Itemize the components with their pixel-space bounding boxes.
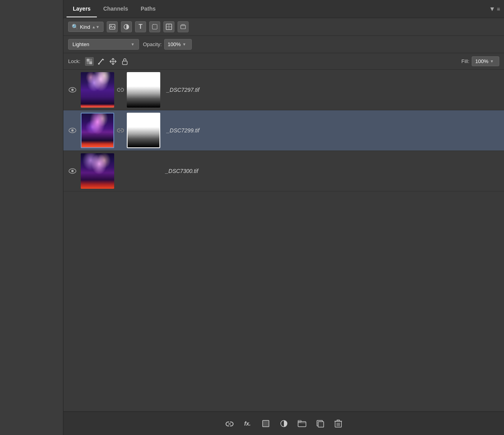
bottom-toolbar: fx. — [63, 411, 504, 435]
filter-pixel-icon[interactable] — [163, 21, 174, 32]
tab-paths[interactable]: Layers — [67, 1, 97, 17]
fill-group: Fill: 100% ▼ — [461, 56, 499, 66]
fill-arrow: ▼ — [490, 59, 494, 63]
kind-label: Kind — [80, 24, 90, 30]
layer-2-visibility[interactable] — [67, 128, 78, 133]
new-layer-style-btn[interactable] — [278, 418, 290, 429]
link-layers-btn[interactable] — [224, 418, 235, 429]
layer-3-image — [81, 153, 114, 189]
layer-1-mask-gradient — [127, 72, 160, 108]
tab-bar: Layers Channels Paths ▼ ≡ — [63, 0, 504, 18]
layer-row-1[interactable]: _DSC7297.tif — [63, 70, 504, 110]
panel-menu[interactable]: ▼ ≡ — [489, 6, 500, 13]
layer-1-visibility[interactable] — [67, 87, 78, 93]
opacity-dropdown[interactable]: 100% ▼ — [164, 39, 192, 50]
layer-2-mask-gradient — [128, 113, 159, 147]
svg-point-1 — [111, 26, 112, 27]
svg-point-14 — [71, 89, 74, 91]
layer-2-name: _DSC7299.tif — [167, 127, 199, 134]
layer-1-mask[interactable] — [127, 72, 160, 108]
blend-mode-dropdown[interactable]: Lighten ▼ — [68, 39, 139, 50]
fill-label: Fill: — [461, 58, 469, 64]
svg-point-17 — [71, 129, 74, 132]
svg-rect-24 — [298, 422, 306, 427]
lock-move-btn[interactable] — [109, 57, 117, 66]
tab-paths-2[interactable]: Paths — [134, 1, 162, 17]
delete-layer-btn[interactable] — [332, 418, 344, 429]
svg-rect-10 — [89, 59, 92, 61]
svg-rect-9 — [87, 61, 89, 64]
panel-menu-lines: ≡ — [497, 6, 500, 12]
filter-bar: 🔍 Kind ▲▼ T — [63, 18, 504, 36]
blend-mode-arrow: ▼ — [131, 42, 135, 46]
svg-rect-6 — [182, 24, 185, 26]
kind-arrow: ▲▼ — [92, 25, 100, 29]
lock-lock-btn[interactable] — [120, 57, 129, 66]
opacity-label: Opacity: — [143, 41, 162, 47]
layer-2-link-icon — [116, 127, 125, 134]
tab-channels-2[interactable]: Channels — [97, 1, 134, 17]
layer-1-thumbnail — [81, 72, 114, 108]
blend-opacity-bar: Lighten ▼ Opacity: 100% ▼ — [63, 36, 504, 53]
empty-layers-area — [63, 191, 504, 270]
layers-list: _DSC7297.tif _DSC7299.tif — [63, 70, 504, 411]
left-sidebar — [0, 0, 63, 435]
new-fill-adjustment-btn[interactable] — [260, 418, 272, 429]
svg-rect-12 — [122, 61, 127, 65]
layer-1-image — [81, 72, 114, 108]
panel-menu-arrow: ▼ — [489, 6, 495, 13]
filter-halfcircle-icon[interactable] — [121, 21, 132, 32]
new-layer-btn[interactable] — [314, 418, 326, 429]
fill-dropdown[interactable]: 100% ▼ — [472, 56, 499, 66]
kind-dropdown[interactable]: 🔍 Kind ▲▼ — [68, 22, 104, 32]
layer-1-name: _DSC7297.tif — [167, 87, 199, 93]
layer-3-visibility[interactable] — [67, 168, 78, 174]
layer-1-link-icon — [116, 86, 125, 93]
new-group-btn[interactable] — [296, 418, 308, 429]
lock-bar: Lock: Fill: — [63, 53, 504, 70]
svg-rect-25 — [298, 420, 301, 422]
layers-panel: Layers Channels Paths ▼ ≡ 🔍 Kind ▲▼ T — [63, 0, 504, 435]
blend-mode-label: Lighten — [72, 41, 89, 47]
lock-icons — [85, 57, 129, 66]
opacity-arrow: ▼ — [182, 42, 186, 46]
lock-checkerboard-btn[interactable] — [85, 57, 94, 66]
filter-shape-icon[interactable] — [149, 21, 160, 32]
opacity-group: Opacity: 100% ▼ — [143, 39, 192, 50]
opacity-value: 100% — [168, 41, 181, 47]
filter-text-icon[interactable]: T — [135, 21, 146, 32]
svg-rect-27 — [318, 422, 324, 427]
lock-label: Lock: — [68, 58, 80, 64]
fx-label: fx. — [244, 420, 250, 427]
svg-point-11 — [98, 63, 100, 65]
svg-rect-0 — [109, 24, 115, 29]
layer-2-image — [82, 113, 113, 147]
fill-value: 100% — [475, 58, 488, 64]
lock-brush-btn[interactable] — [97, 57, 106, 66]
svg-rect-22 — [263, 420, 269, 427]
layer-2-mask[interactable] — [127, 113, 160, 148]
svg-point-20 — [71, 170, 74, 172]
layer-row-3[interactable]: _DSC7300.tif — [63, 151, 504, 191]
layer-2-thumbnail — [81, 113, 114, 148]
layer-3-thumbnail — [81, 153, 114, 189]
svg-rect-8 — [89, 61, 92, 64]
filter-image-icon[interactable] — [107, 21, 118, 32]
layer-row-2[interactable]: _DSC7299.tif — [63, 110, 504, 151]
layer-3-name: _DSC7300.tif — [165, 168, 198, 174]
filter-adjustment-icon[interactable] — [178, 21, 189, 32]
svg-rect-3 — [152, 24, 157, 29]
fx-btn[interactable]: fx. — [242, 418, 254, 429]
svg-rect-7 — [87, 59, 89, 61]
search-icon-small: 🔍 — [72, 24, 78, 30]
